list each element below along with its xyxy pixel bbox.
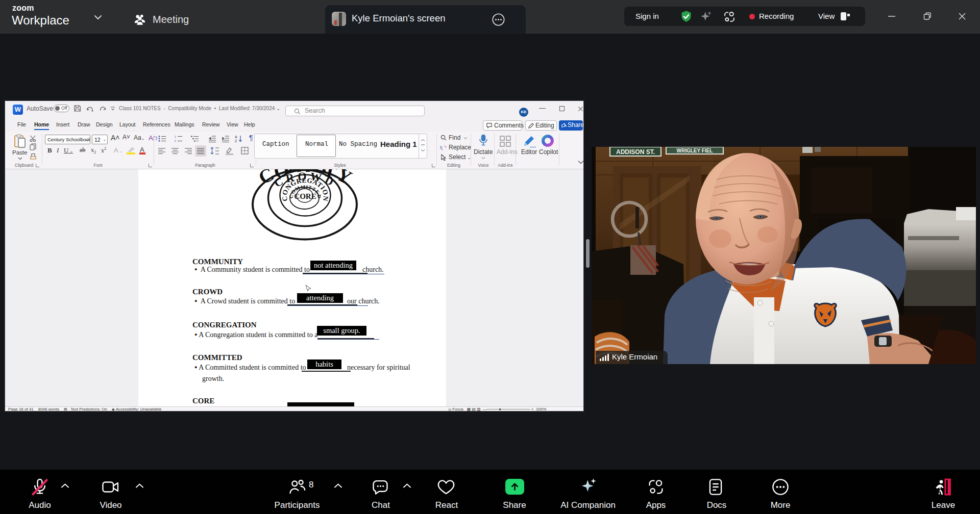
svg-text:Z: Z: [235, 139, 237, 143]
svg-text:1: 1: [175, 135, 176, 138]
svg-text:A: A: [235, 135, 237, 139]
svg-text:2: 2: [175, 139, 176, 142]
svg-text:WRIGLEY FIEL: WRIGLEY FIEL: [677, 148, 713, 153]
svg-text:ADDISON ST.: ADDISON ST.: [616, 148, 655, 156]
svg-text:CORE: CORE: [294, 192, 316, 200]
